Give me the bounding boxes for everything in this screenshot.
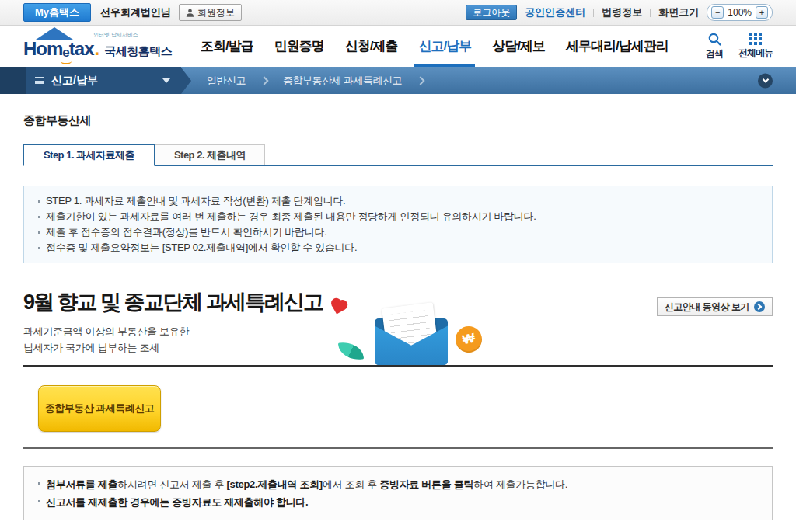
logo-wordmark: Hom e tax . 국세청홈택스 xyxy=(23,38,172,60)
guide-note: 제출기한이 있는 과세자료를 여러 번 제출하는 경우 최종 제출된 내용만 정… xyxy=(37,209,759,224)
page-title: 종합부동산세 xyxy=(23,113,773,128)
search-label: 검색 xyxy=(706,47,723,61)
chevron-right-icon xyxy=(416,76,424,85)
search-icon xyxy=(708,33,721,46)
logo-text-e: e xyxy=(62,45,68,61)
menubar-arrow-shape xyxy=(181,68,191,94)
hero-subtitle-line1: 과세기준금액 이상의 부동산을 보유한 xyxy=(23,323,773,339)
menu-breadcrumb-bar: 신고/납부 일반신고 종합부동산세 과세특례신고 xyxy=(0,67,796,94)
all-menu-label: 전체메뉴 xyxy=(738,47,773,60)
guide-notice-box: STEP 1. 과세자료 제출안내 및 과세자료 작성(변환) 제출 단계입니다… xyxy=(23,186,773,263)
hometax-page: My홈택스 선우회계법인님 회원정보 로그아웃 공인인증센터 법령정보 화면크기… xyxy=(0,0,796,532)
person-icon xyxy=(186,9,194,17)
guide-note: STEP 1. 과세자료 제출안내 및 과세자료 작성(변환) 제출 단계입니다… xyxy=(37,193,759,209)
zoom-out-button[interactable]: − xyxy=(711,6,724,19)
nav-item-civil-certificate[interactable]: 민원증명 xyxy=(274,26,324,67)
global-nav: 조회/발급 민원증명 신청/제출 신고/납부 상담/제보 세무대리/납세관리 xyxy=(201,26,669,67)
note-segment: [step2.제출내역 조회] xyxy=(226,478,322,490)
hero-subtitle: 과세기준금액 이상의 부동산을 보유한 납세자가 국가에 납부하는 조세 xyxy=(23,323,773,356)
menubar-expand-button[interactable] xyxy=(758,73,773,88)
tab-step2-submission-history[interactable]: Step 2. 제출내역 xyxy=(155,144,265,165)
main-content: 종합부동산세 Step 1. 과세자료제출 Step 2. 제출내역 STEP … xyxy=(0,113,796,520)
all-menu-button[interactable]: 전체메뉴 xyxy=(738,33,773,61)
nav-item-report-pay[interactable]: 신고/납부 xyxy=(418,26,471,67)
divider xyxy=(650,9,651,17)
section-divider xyxy=(23,447,773,449)
breadcrumb-item-special-case-report[interactable]: 종합부동산세 과세특례신고 xyxy=(283,74,402,88)
law-info-link[interactable]: 법령정보 xyxy=(602,5,642,19)
caret-down-icon xyxy=(162,78,170,83)
section-menu-dropdown[interactable]: 신고/납부 xyxy=(26,67,181,94)
hamburger-icon xyxy=(35,77,44,84)
header-tools: 검색 전체메뉴 xyxy=(706,33,773,61)
nav-item-inquiry-issue[interactable]: 조회/발급 xyxy=(201,26,253,67)
my-hometax-button[interactable]: My홈택스 xyxy=(23,3,91,22)
nav-item-tax-agent[interactable]: 세무대리/납세관리 xyxy=(566,26,669,67)
nav-item-apply-submit[interactable]: 신청/제출 xyxy=(345,26,398,67)
utility-links: 로그아웃 공인인증센터 법령정보 화면크기 − 100% + xyxy=(466,4,773,21)
breadcrumb: 일반신고 종합부동산세 과세특례신고 xyxy=(207,74,424,88)
note-segment: 첨부서류를 제출 xyxy=(46,478,117,490)
member-info-button[interactable]: 회원정보 xyxy=(179,4,242,21)
chevron-down-icon xyxy=(762,76,768,82)
attachment-note: 신고서를 재제출한 경우에는 증빙자료도 재제출해야 합니다. xyxy=(37,493,759,511)
logo-text-tax: tax xyxy=(69,38,94,60)
attachment-note: 첨부서류를 제출하시려면 신고서 제출 후 [step2.제출내역 조회]에서 … xyxy=(37,475,759,493)
user-name: 선우회계법인님 xyxy=(100,5,171,19)
note-segment: 하여 제출가능합니다. xyxy=(473,478,567,490)
guide-note: 제출 후 접수증의 접수결과(정상)를 반드시 확인하시기 바랍니다. xyxy=(37,224,759,240)
hero-banner: 9월 향교 및 종교단체 과세특례신고 과세기준금액 이상의 부동산을 보유한 … xyxy=(23,290,773,367)
hero-title: 9월 향교 및 종교단체 과세특례신고 xyxy=(23,290,323,315)
note-segment: 에서 조회 후 xyxy=(323,478,379,490)
video-button-label: 신고안내 동영상 보기 xyxy=(665,301,749,314)
heart-icon xyxy=(332,301,346,315)
hometax-logo[interactable]: 인터넷 납세서비스 Hom e tax . 국세청홈택스 xyxy=(23,30,188,64)
note-segment: 하시려면 신고서 제출 후 xyxy=(117,478,226,490)
logo-korean-name: 국세청홈택스 xyxy=(104,44,172,59)
menubar-edge xyxy=(0,67,26,94)
logo-text-hom: Hom xyxy=(23,38,62,60)
zoom-control: − 100% + xyxy=(707,4,773,21)
search-button[interactable]: 검색 xyxy=(706,33,723,61)
utility-bar: My홈택스 선우회계법인님 회원정보 로그아웃 공인인증센터 법령정보 화면크기… xyxy=(0,0,796,26)
grid-menu-icon xyxy=(749,33,762,45)
zoom-in-button[interactable]: + xyxy=(756,6,768,19)
site-header: 인터넷 납세서비스 Hom e tax . 국세청홈택스 조회/발급 민원증명 … xyxy=(0,26,796,67)
zoom-level: 100% xyxy=(728,7,752,18)
nav-item-consult-report[interactable]: 상담/제보 xyxy=(492,26,545,67)
note-segment: 신고서를 재제출한 경우에는 증빙자료도 재제출해야 합니다. xyxy=(46,496,308,508)
step-tabs: Step 1. 과세자료제출 Step 2. 제출내역 xyxy=(23,144,773,166)
chevron-right-icon xyxy=(260,76,268,85)
member-info-label: 회원정보 xyxy=(197,6,235,19)
divider xyxy=(593,9,594,17)
note-segment: 증빙자료 버튼을 클릭 xyxy=(379,478,473,490)
attachment-notice-box: 첨부서류를 제출하시려면 신고서 제출 후 [step2.제출내역 조회]에서 … xyxy=(23,466,773,520)
section-menu-label: 신고/납부 xyxy=(51,74,98,88)
logout-button[interactable]: 로그아웃 xyxy=(466,5,517,20)
comprehensive-real-estate-special-report-button[interactable]: 종합부동산 과세특례신고 xyxy=(38,385,161,432)
screen-size-label: 화면크기 xyxy=(658,5,699,19)
guide-note: 접수증 및 제출요약정보는 [STEP 02.제출내역]에서 확인할 수 있습니… xyxy=(37,240,759,256)
tab-step1-tax-data-submit[interactable]: Step 1. 과세자료제출 xyxy=(23,144,155,166)
play-circle-icon xyxy=(754,301,765,312)
hero-subtitle-line2: 납세자가 국가에 납부하는 조세 xyxy=(23,339,773,356)
breadcrumb-item-general-report[interactable]: 일반신고 xyxy=(207,74,246,88)
logo-orange-dot: . xyxy=(95,38,100,60)
cert-center-link[interactable]: 공인인증센터 xyxy=(525,5,585,19)
report-guide-video-button[interactable]: 신고안내 동영상 보기 xyxy=(657,297,773,316)
